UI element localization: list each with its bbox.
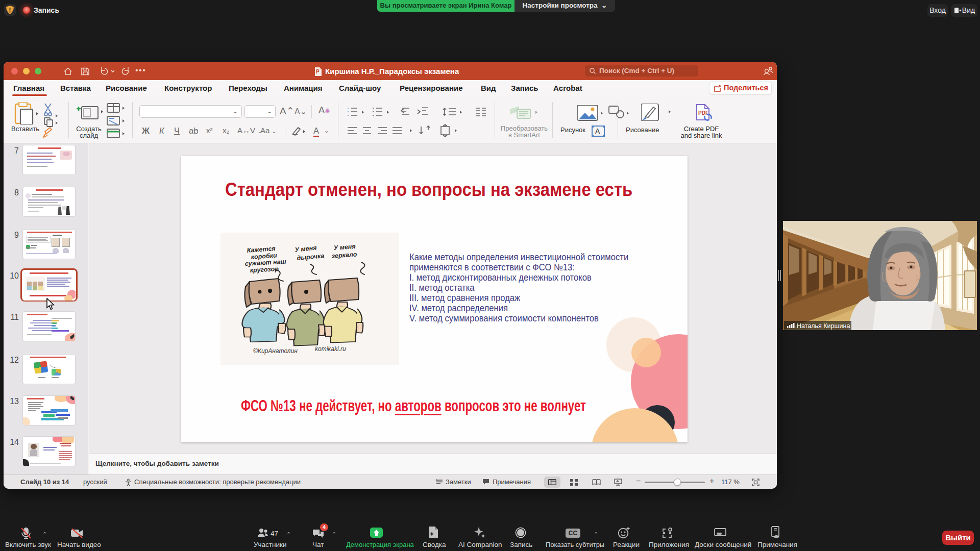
svg-text:Наталья Киршина: Наталья Киршина (797, 322, 850, 330)
svg-text:©КирАнатолин: ©КирАнатолин (253, 347, 298, 355)
svg-text:P: P (316, 69, 320, 74)
svg-text:кругозор: кругозор (250, 265, 279, 274)
svg-text:A: A (595, 127, 600, 135)
svg-text:komikaki.ru: komikaki.ru (315, 345, 346, 353)
svg-text:PDF: PDF (698, 110, 708, 116)
